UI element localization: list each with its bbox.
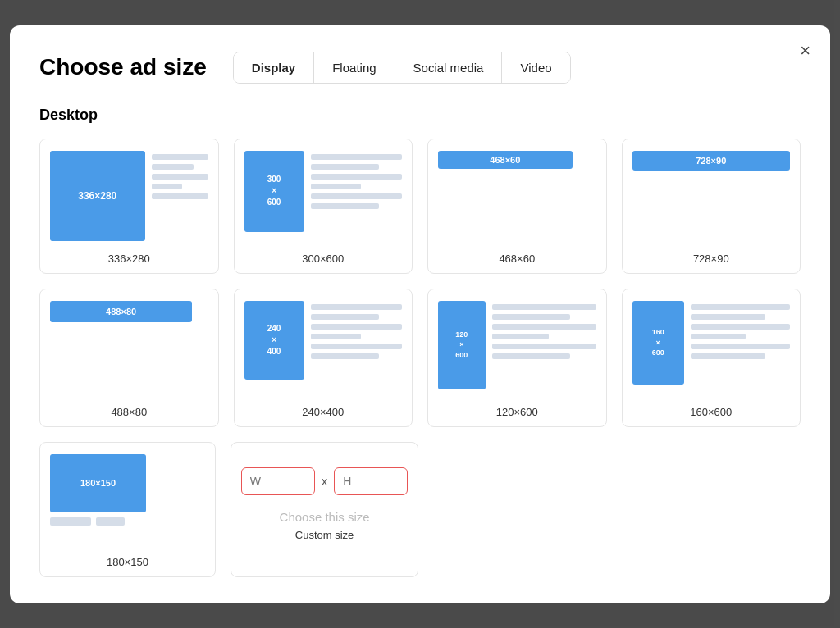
- blue-block-300x600: 300×600: [244, 151, 304, 232]
- ad-size-label: 728×90: [693, 253, 729, 265]
- line: [492, 344, 596, 349]
- line: [152, 184, 183, 189]
- bottom-area-728x90: [632, 175, 639, 241]
- choose-size-button[interactable]: Choose this size: [280, 510, 370, 524]
- line: [311, 164, 380, 170]
- tab-floating[interactable]: Floating: [314, 52, 395, 83]
- ad-size-label: 240×400: [302, 406, 344, 418]
- ad-size-label: 468×60: [499, 253, 535, 265]
- line: [492, 314, 570, 320]
- ad-preview-240x400: 240×400: [244, 301, 403, 394]
- blue-block-488x80: 488×80: [50, 301, 192, 322]
- line: [311, 154, 402, 160]
- ad-size-336x280[interactable]: 336×280 336×280: [39, 139, 219, 274]
- modal-header: Choose ad size Display Floating Social m…: [39, 52, 801, 84]
- custom-size-label: Custom size: [295, 529, 354, 541]
- ad-grid-row3: 180×150 180×150 x Choose this size Custo…: [39, 442, 801, 577]
- line: [492, 324, 596, 330]
- ad-size-label: 300×600: [302, 253, 344, 265]
- line: [691, 314, 765, 320]
- ad-preview-180x150: 180×150: [50, 454, 205, 544]
- line: [492, 304, 596, 310]
- ad-preview-728x90: 728×90: [632, 151, 791, 241]
- tab-display[interactable]: Display: [234, 52, 314, 83]
- line: [152, 164, 194, 170]
- lines-336x280: [152, 151, 208, 203]
- ad-size-label: 160×600: [690, 406, 732, 418]
- custom-width-input[interactable]: [241, 467, 315, 495]
- blue-block-336x280: 336×280: [50, 151, 145, 241]
- line: [691, 344, 790, 349]
- line: [492, 334, 550, 339]
- lines-160x600: [691, 301, 790, 363]
- line: [152, 193, 208, 199]
- ad-preview-488x80: 488×80: [50, 301, 208, 394]
- tab-social-media[interactable]: Social media: [395, 52, 503, 83]
- ad-size-120x600[interactable]: 120×600 120×600: [427, 289, 607, 427]
- blue-block-160x600: 160×600: [632, 301, 685, 385]
- line: [311, 314, 380, 320]
- bottom-lines-180x150: [50, 517, 125, 526]
- line: [50, 517, 91, 526]
- ad-size-468x60[interactable]: 468×60 468×60: [427, 139, 607, 274]
- ad-size-488x80[interactable]: 488×80 488×80: [39, 289, 219, 427]
- tab-video[interactable]: Video: [502, 52, 569, 83]
- lines-240x400: [311, 301, 402, 363]
- line: [311, 324, 402, 330]
- bottom-area-468x60: [438, 174, 445, 241]
- line: [311, 344, 402, 349]
- line: [311, 304, 402, 310]
- blue-block-240x400: 240×400: [244, 301, 304, 380]
- ad-size-label: 120×600: [496, 406, 538, 418]
- blue-block-180x150: 180×150: [50, 454, 146, 513]
- ad-size-label: 336×280: [108, 253, 150, 265]
- ad-size-728x90[interactable]: 728×90 728×90: [622, 139, 801, 274]
- line: [311, 193, 402, 199]
- lines-300x600: [311, 151, 402, 213]
- overlay: × Choose ad size Display Floating Social…: [0, 0, 840, 628]
- line: [311, 174, 402, 180]
- ad-preview-120x600: 120×600: [438, 301, 596, 394]
- custom-size-inputs: x: [241, 467, 409, 495]
- ad-size-label: 488×80: [111, 406, 147, 418]
- ad-size-240x400[interactable]: 240×400 240×400: [234, 289, 413, 427]
- ad-grid-row1: 336×280 336×280 300×600: [39, 139, 801, 274]
- ad-size-180x150[interactable]: 180×150 180×150: [39, 442, 216, 577]
- x-separator: x: [322, 474, 328, 488]
- line: [311, 203, 380, 209]
- ad-preview-468x60: 468×60: [438, 151, 596, 241]
- modal: × Choose ad size Display Floating Social…: [10, 25, 830, 603]
- line: [96, 517, 125, 526]
- custom-height-input[interactable]: [334, 467, 408, 495]
- line: [691, 334, 746, 339]
- ad-preview-300x600: 300×600: [244, 151, 403, 241]
- ad-size-160x600[interactable]: 160×600 160×600: [622, 289, 801, 427]
- ad-preview-160x600: 160×600: [632, 301, 791, 394]
- lines-120x600: [492, 301, 596, 363]
- line: [691, 353, 765, 359]
- line: [691, 324, 790, 330]
- modal-title: Choose ad size: [39, 54, 207, 80]
- blue-block-120x600: 120×600: [438, 301, 486, 389]
- line: [691, 304, 790, 310]
- line: [311, 184, 361, 189]
- blue-block-728x90: 728×90: [632, 151, 791, 171]
- section-title: Desktop: [39, 107, 801, 124]
- ad-size-300x600[interactable]: 300×600 300×600: [234, 139, 413, 274]
- ad-size-custom[interactable]: x Choose this size Custom size: [231, 442, 419, 577]
- ad-size-label: 180×150: [107, 556, 148, 568]
- line: [311, 353, 380, 359]
- line: [311, 334, 361, 339]
- ad-preview-336x280: 336×280: [50, 151, 208, 241]
- ad-grid-row2: 488×80 488×80 240×400: [39, 289, 801, 427]
- tab-bar: Display Floating Social media Video: [233, 52, 571, 84]
- blue-block-468x60: 468×60: [438, 151, 573, 169]
- close-button[interactable]: ×: [800, 42, 810, 60]
- line: [152, 174, 208, 180]
- line: [152, 154, 208, 160]
- line: [492, 353, 570, 359]
